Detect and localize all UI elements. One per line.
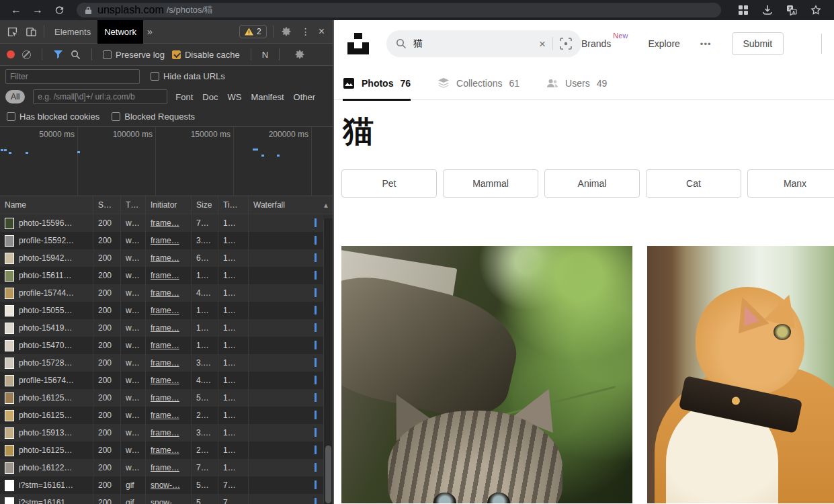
request-initiator-link[interactable]: frame… (151, 341, 179, 350)
column-header-status[interactable]: S… (93, 196, 121, 214)
type-filter-ws[interactable]: WS (227, 92, 241, 102)
column-header-type[interactable]: T… (121, 196, 146, 214)
related-search-manx[interactable]: Manx (747, 169, 834, 198)
filter-funnel-icon[interactable] (53, 50, 63, 59)
request-initiator-link[interactable]: frame… (151, 463, 179, 472)
request-row[interactable]: i?stm=16161…200gifsnow-…5…7… (0, 476, 323, 494)
photo-result-kitten[interactable] (341, 246, 632, 503)
invert-filter-input[interactable] (33, 89, 167, 104)
bookmark-star-icon[interactable] (810, 4, 822, 16)
request-row[interactable]: profile-15674…200w…frame…4.…1… (0, 372, 323, 389)
request-row[interactable]: i?stm=16161…200gifsnow-…5…7… (0, 494, 323, 504)
filter-all-button[interactable]: All (5, 90, 25, 103)
request-status: 200 (93, 354, 121, 372)
nav-explore[interactable]: Explore (648, 38, 679, 49)
related-search-animal[interactable]: Animal (544, 169, 640, 198)
scrollbar-thumb[interactable] (325, 446, 331, 503)
type-filter-font[interactable]: Font (175, 92, 193, 102)
translate-icon[interactable] (786, 4, 798, 16)
devtools-settings-icon[interactable] (277, 22, 296, 41)
request-initiator-link[interactable]: frame… (151, 376, 179, 385)
network-filter-input[interactable] (5, 69, 140, 84)
back-button[interactable]: ← (8, 2, 24, 18)
search-input[interactable] (413, 38, 532, 49)
request-row[interactable]: photo-15596…200w…frame…7…1… (0, 214, 323, 232)
network-settings-icon[interactable] (290, 45, 309, 64)
download-icon[interactable] (761, 4, 774, 16)
request-row[interactable]: photo-16125…200w…frame…2…1… (0, 407, 323, 424)
related-search-cat[interactable]: Cat (646, 169, 741, 198)
column-header-waterfall[interactable]: Waterfall ▲ (249, 196, 333, 214)
tab-users[interactable]: Users 49 (546, 77, 607, 99)
address-bar[interactable]: unsplash.com/s/photos/猫 (77, 3, 721, 17)
request-initiator-link[interactable]: frame… (151, 218, 179, 228)
request-row[interactable]: photo-15419…200w…frame…1…1… (0, 319, 323, 337)
request-initiator-link[interactable]: frame… (151, 253, 179, 263)
visual-search-icon[interactable] (560, 38, 572, 50)
column-header-time[interactable]: Ti… (218, 196, 249, 214)
tab-elements[interactable]: Elements (48, 20, 97, 44)
preserve-log-checkbox[interactable]: Preserve log (103, 50, 165, 60)
request-initiator-link[interactable]: frame… (151, 428, 179, 437)
request-row[interactable]: photo-15055…200w…frame…1…1… (0, 302, 323, 319)
column-header-name[interactable]: Name (0, 196, 93, 214)
reload-button[interactable] (51, 2, 67, 18)
nav-more-icon[interactable]: ••• (700, 39, 712, 49)
type-filter-doc[interactable]: Doc (202, 92, 218, 102)
forward-button[interactable]: → (30, 2, 46, 18)
related-search-mammal[interactable]: Mammal (443, 169, 538, 198)
separator (273, 26, 274, 38)
more-tabs-chevron[interactable]: » (143, 26, 157, 37)
request-initiator-link[interactable]: frame… (151, 411, 179, 420)
request-row[interactable]: photo-15913…200w…frame…3.…1… (0, 424, 323, 442)
network-overview-timeline[interactable]: 50000 ms100000 ms150000 ms200000 ms (0, 127, 333, 196)
has-blocked-cookies-checkbox[interactable]: Has blocked cookies (7, 112, 99, 122)
request-initiator-link[interactable]: snow-… (151, 480, 180, 490)
unsplash-logo[interactable] (347, 33, 369, 54)
request-initiator-link[interactable]: frame… (151, 393, 179, 403)
inspect-element-icon[interactable] (3, 22, 22, 41)
hide-data-urls-checkbox[interactable]: Hide data URLs (151, 71, 225, 81)
clear-search-icon[interactable]: × (539, 38, 546, 50)
related-search-pet[interactable]: Pet (341, 169, 437, 198)
console-warnings-badge[interactable]: 2 (239, 25, 267, 38)
request-row[interactable]: photo-16125…200w…frame…2…1… (0, 442, 323, 459)
tab-photos[interactable]: Photos 76 (343, 77, 411, 99)
blocked-requests-checkbox[interactable]: Blocked Requests (112, 112, 195, 122)
request-row[interactable]: profile-15744…200w…frame…4.…1… (0, 284, 323, 302)
request-row[interactable]: photo-15470…200w…frame…1…1… (0, 337, 323, 354)
request-row[interactable]: photo-15942…200w…frame…6…1… (0, 249, 323, 267)
submit-button[interactable]: Submit (732, 32, 784, 55)
type-filter-manifest[interactable]: Manifest (251, 92, 284, 102)
disable-cache-checkbox[interactable]: Disable cache (172, 50, 240, 60)
tab-network[interactable]: Network (97, 20, 143, 44)
request-initiator-link[interactable]: frame… (151, 358, 179, 368)
request-initiator-link[interactable]: frame… (151, 236, 179, 245)
photo-result-orange-cat[interactable] (647, 246, 834, 503)
search-network-icon[interactable] (71, 50, 81, 60)
devtools-menu-icon[interactable]: ⋮ (296, 26, 316, 37)
request-row[interactable]: photo-15728…200w…frame…3.…1… (0, 354, 323, 372)
request-initiator-link[interactable]: frame… (151, 288, 179, 298)
request-initiator-link[interactable]: snow-… (151, 498, 180, 504)
column-header-size[interactable]: Size (192, 196, 218, 214)
device-toolbar-icon[interactable] (22, 22, 40, 41)
throttling-select[interactable]: N (262, 50, 268, 60)
nav-brands[interactable]: Brands New (581, 38, 628, 49)
request-row[interactable]: photo-16122…200w…frame…7…1… (0, 459, 323, 476)
column-header-initiator[interactable]: Initiator (146, 196, 192, 214)
request-initiator-link[interactable]: frame… (151, 323, 179, 333)
request-row[interactable]: photo-15611…200w…frame…1…1… (0, 267, 323, 284)
tab-collections[interactable]: Collections 61 (437, 77, 519, 99)
request-row[interactable]: photo-16125…200w…frame…5…1… (0, 389, 323, 407)
request-row[interactable]: profile-15592…200w…frame…3.…1… (0, 232, 323, 249)
request-initiator-link[interactable]: frame… (151, 446, 179, 455)
type-filter-other[interactable]: Other (294, 92, 316, 102)
clear-network-log-icon[interactable] (22, 50, 31, 59)
request-initiator-link[interactable]: frame… (151, 306, 179, 315)
thumbnail-image (5, 306, 13, 316)
tab-grid-icon[interactable] (737, 4, 749, 16)
record-network-log-button[interactable] (7, 50, 15, 58)
devtools-close-icon[interactable]: × (316, 26, 330, 38)
request-initiator-link[interactable]: frame… (151, 271, 179, 280)
